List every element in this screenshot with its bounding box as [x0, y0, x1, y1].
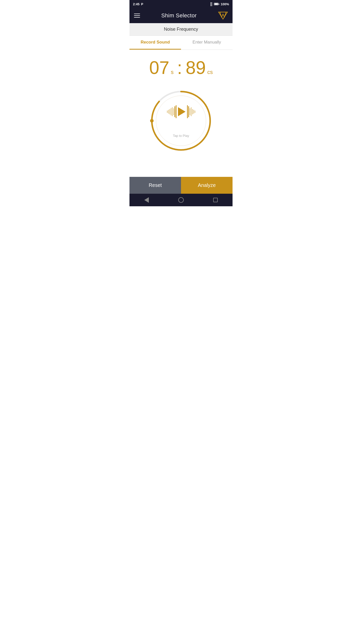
timer-seconds-unit: s	[171, 69, 173, 75]
svg-point-3	[150, 119, 154, 123]
main-content: 07 s : 89 cs	[129, 50, 233, 170]
page-title: Shim Selector	[161, 12, 197, 19]
logo-icon	[218, 11, 228, 21]
back-icon	[144, 197, 149, 203]
home-icon	[178, 197, 184, 203]
recent-icon	[213, 198, 218, 202]
timer-display: 07 s : 89 cs	[149, 57, 213, 78]
parking-icon: P	[141, 2, 143, 6]
sub-header: Noise Frequency	[129, 23, 233, 36]
play-button[interactable]: Tap to Play	[156, 96, 206, 146]
battery-percent: 100%	[221, 2, 229, 6]
timer-centiseconds: 89	[186, 59, 206, 77]
tab-enter-manually[interactable]: Enter Manually	[181, 36, 233, 50]
svg-marker-0	[218, 12, 227, 19]
vibrate-icon: ⣿	[210, 2, 212, 6]
nav-bar	[129, 194, 233, 206]
spacer	[129, 170, 233, 177]
waveform-display	[167, 104, 195, 119]
tabs-container: Record Sound Enter Manually	[129, 36, 233, 50]
timer-centiseconds-unit: cs	[207, 69, 213, 75]
audio-player-circle[interactable]: Tap to Play	[148, 88, 214, 153]
status-bar: 2:45 P ⣿ 100%	[129, 0, 233, 8]
battery-icon	[214, 3, 219, 5]
back-button[interactable]	[144, 197, 149, 203]
recent-button[interactable]	[213, 198, 218, 202]
tab-record-sound[interactable]: Record Sound	[129, 36, 181, 50]
timer-seconds: 07	[149, 59, 169, 77]
sub-header-label: Noise Frequency	[164, 27, 198, 32]
app-header: Shim Selector	[129, 8, 233, 23]
tap-to-play-label: Tap to Play	[173, 134, 189, 138]
home-button[interactable]	[178, 197, 184, 203]
analyze-button[interactable]: Analyze	[181, 177, 233, 194]
reset-button[interactable]: Reset	[129, 177, 181, 194]
menu-button[interactable]	[134, 14, 140, 18]
timer-colon: :	[177, 57, 182, 78]
status-time: 2:45	[133, 2, 140, 6]
bottom-buttons: Reset Analyze	[129, 177, 233, 194]
